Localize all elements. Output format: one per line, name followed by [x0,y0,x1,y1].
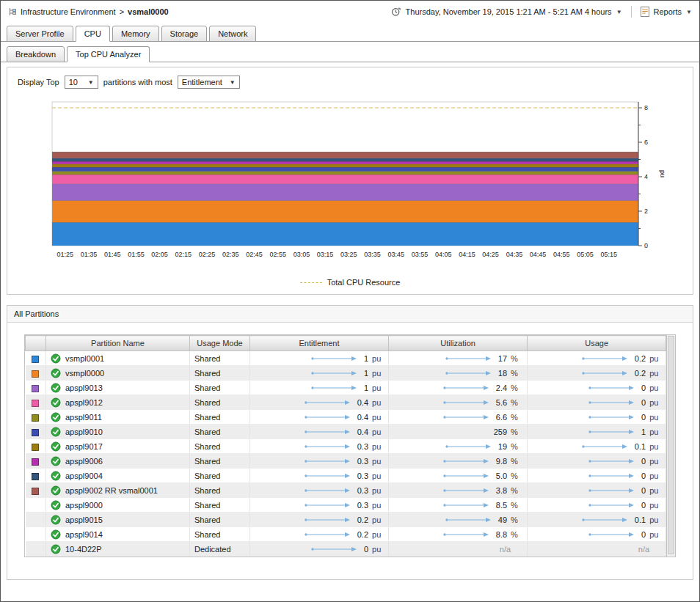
series-color-swatch [32,400,39,407]
entitlement-unit: pu [372,398,384,407]
trend-arrow-icon [588,428,636,436]
partition-row[interactable]: apspl9012Shared0.4pu5.6%0pu [26,395,666,410]
tab-storage[interactable]: Storage [161,26,208,42]
entitlement-unit: pu [372,530,384,539]
partition-name: apspl9000 [65,501,103,510]
entitlement-value: 0.2 [357,515,368,524]
partition-name-cell[interactable]: apspl9012 [46,395,190,410]
partition-name-cell[interactable]: apspl9015 [46,513,190,527]
partition-name-cell[interactable]: 10-4D22P [46,542,190,557]
subtab-top-cpu-analyzer[interactable]: Top CPU Analyzer [67,46,150,62]
usage-value: 0 [641,457,646,466]
usage-value: 1 [641,427,646,436]
table-scrollbar[interactable] [666,335,675,557]
swatch-cell [26,542,46,557]
metric-select[interactable]: Entitlement ▼ [178,76,240,89]
svg-text:04:45: 04:45 [530,251,547,258]
subtab-breakdown[interactable]: Breakdown [7,46,65,62]
utilization-unit: % [511,369,522,378]
entitlement-unit: pu [372,471,384,480]
utilization-value: 49 [498,515,507,524]
entitlement-value: 0.2 [357,530,368,539]
utilization-value: 259 [494,427,507,436]
top-count-value: 10 [69,78,78,87]
partition-row[interactable]: vsmpl0001Shared1pu17%0.2pu [26,351,666,366]
series-color-swatch [32,414,39,422]
usage-cell: 0pu [528,381,666,395]
utilization-value: 5.0 [496,471,507,480]
partition-name-cell[interactable]: apspl9011 [46,410,190,425]
partition-row[interactable]: apspl9004Shared0.3pu5.0%0pu [26,469,666,483]
partition-name-cell[interactable]: vsmpl0001 [46,351,190,366]
utilization-cell: 3.8% [389,483,528,498]
svg-text:4: 4 [644,173,648,180]
usage-mode-cell: Shared [190,483,250,498]
partition-row[interactable]: apspl9011Shared0.4pu6.6%0pu [26,410,666,425]
partition-name-cell[interactable]: apspl9006 [46,454,190,469]
status-ok-icon [51,529,61,540]
tab-network[interactable]: Network [209,26,256,42]
svg-text:02:15: 02:15 [175,251,192,258]
partition-name: apspl9013 [65,383,103,392]
reports-caret-icon[interactable]: ▼ [686,9,692,15]
col-header-entitlement[interactable]: Entitlement [250,336,389,351]
partition-row[interactable]: apspl9014Shared0.2pu8.8%0pu [26,527,666,542]
partition-row[interactable]: apspl9017Shared0.3pu19%0.1pu [26,439,666,454]
time-range-caret-icon[interactable]: ▼ [616,9,622,15]
usage-cell: 0pu [528,483,666,498]
status-ok-icon [51,485,61,496]
usage-unit: pu [649,486,661,495]
partition-name-cell[interactable]: apspl9000 [46,498,190,513]
partition-name-cell[interactable]: vsmpl0000 [46,366,190,381]
trend-arrow-icon [588,414,636,421]
breadcrumb-root[interactable]: Infrastructure Environment [21,7,116,16]
usage-mode-cell: Shared [190,527,250,542]
col-header-usage[interactable]: Usage [528,336,666,351]
cpu-stacked-area-chart[interactable]: 02468pu01:2501:3501:4501:5502:0502:1502:… [51,95,685,278]
partition-name-cell[interactable]: apspl9004 [46,469,190,483]
swatch-cell [26,483,46,498]
trend-arrow-icon [310,546,359,553]
reports-label[interactable]: Reports [654,7,682,16]
partition-name-cell[interactable]: apspl9013 [46,381,190,395]
svg-text:05:15: 05:15 [600,251,617,258]
partition-name-cell[interactable]: apspl9014 [46,527,190,542]
partition-row[interactable]: apspl9015Shared0.2pu49%0.1pu [26,513,666,527]
partition-name-cell[interactable]: apspl9017 [46,439,190,454]
partition-row[interactable]: apspl9000Shared0.3pu8.5%0pu [26,498,666,513]
utilization-value: 18 [498,369,507,378]
col-header-usage-mode[interactable]: Usage Mode [190,336,250,351]
partition-row[interactable]: apspl9010Shared0.4pu259%1pu [26,425,666,439]
col-header-partition-name[interactable]: Partition Name [46,336,190,351]
app-window: Infrastructure Environment > vsmal0000 T… [0,0,700,602]
tab-memory[interactable]: Memory [112,26,159,42]
status-ok-icon [51,412,61,422]
partition-name: 10-4D22P [65,545,102,554]
usage-unit: pu [649,530,661,539]
entitlement-value: 0.3 [357,486,368,495]
tab-server-profile[interactable]: Server Profile [7,26,73,42]
scrollbar-thumb[interactable] [668,336,674,554]
trend-arrow-icon [445,355,493,362]
partitions-with-most-label: partitions with most [103,78,172,87]
time-range-label[interactable]: Thursday, November 19, 2015 1:21 AM - 5:… [406,7,612,16]
utilization-unit: % [511,486,522,495]
partition-name-cell[interactable]: apspl9010 [46,425,190,439]
partition-name: apspl9017 [65,442,103,451]
partition-row[interactable]: 10-4D22PDedicated0pun/an/a [26,542,666,557]
tab-cpu[interactable]: CPU [76,26,110,42]
series-color-swatch [32,444,39,451]
trend-arrow-icon [310,355,359,362]
top-count-select[interactable]: 10 ▼ [65,76,98,89]
trend-arrow-icon [442,384,491,392]
partition-name-cell[interactable]: apspl9002 RR vsmal0001 [46,483,190,498]
swatch-cell [26,410,46,425]
partition-row[interactable]: vsmpl0000Shared1pu18%0.2pu [26,366,666,381]
partition-row[interactable]: apspl9013Shared1pu2.4%0pu [26,381,666,395]
col-header-utilization[interactable]: Utilization [389,336,528,351]
main-tabs: Server ProfileCPUMemoryStorageNetwork [1,23,699,42]
entitlement-value: 0.3 [357,457,368,466]
partition-row[interactable]: apspl9006Shared0.3pu9.8%0pu [26,454,666,469]
utilization-value: 3.8 [496,486,507,495]
partition-row[interactable]: apspl9002 RR vsmal0001Shared0.3pu3.8%0pu [26,483,666,498]
